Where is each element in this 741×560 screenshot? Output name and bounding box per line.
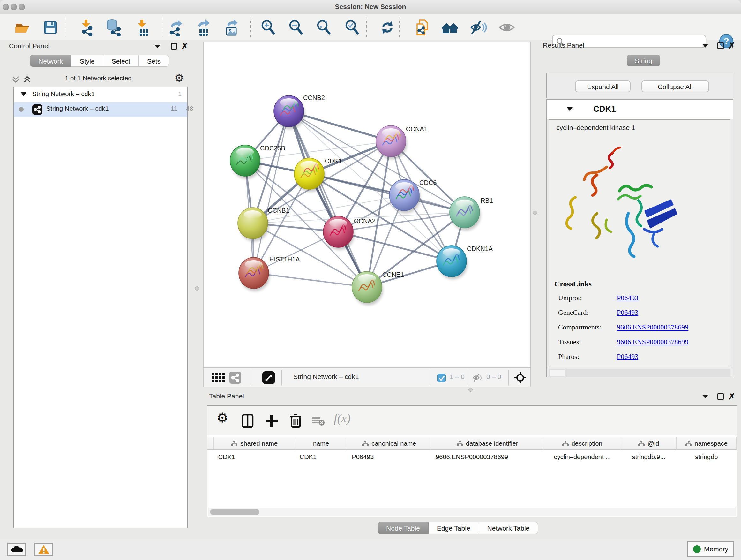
bottom-splitter-handle[interactable] [468,388,473,392]
crosslink-link[interactable]: 9606.ENSP00000378699 [617,323,688,331]
birds-eye-view-icon[interactable] [262,371,275,384]
column-header-@id[interactable]: @id [621,437,677,450]
zoom-in-button[interactable] [259,18,277,37]
node-label-CDC6: CDC6 [419,179,436,186]
network-tree-child-row[interactable]: String Network – cdk1 11 48 [14,103,187,117]
network-share-view-icon[interactable] [229,372,241,384]
refresh-view-button[interactable] [379,18,396,37]
create-column-icon[interactable] [264,414,279,428]
node-label-CCNB2: CCNB2 [303,94,325,101]
tab-network-table[interactable]: Network Table [479,522,538,534]
column-header-database identifier[interactable]: database identifier [431,437,543,450]
cloud-status-button[interactable] [7,543,26,556]
results-scrollbar[interactable] [549,369,731,377]
results-panel-menu-icon[interactable] [702,44,708,48]
expand-all-icon[interactable] [23,75,31,84]
tab-style[interactable]: Style [71,55,104,67]
export-table-button[interactable] [194,18,212,37]
column-header-namespace[interactable]: namespace [677,437,737,450]
table-cell-shared name: CDK1 [214,450,295,464]
show-all-networks-button[interactable] [441,18,459,37]
import-network-database-button[interactable] [105,18,122,37]
results-panel-title: Results Panel [543,42,584,49]
column-header-description[interactable]: description [543,437,621,450]
delete-column-icon[interactable] [288,413,303,428]
grid-view-icon[interactable] [211,372,225,383]
node-RB1[interactable] [450,197,481,231]
tab-network[interactable]: Network [30,55,71,67]
table-cell-@id: stringdb:9... [621,450,676,464]
network-tree-root-row[interactable]: String Network – cdk1 1 [14,90,187,103]
zoom-out-button[interactable] [287,18,305,37]
table-toolbar: ⚙ f(x) [207,406,737,435]
hidden-node-edge-counts: 0 – 0 [486,373,501,381]
results-scrollbar-thumb[interactable] [549,370,565,376]
crosshair-icon[interactable] [514,371,527,384]
crosslink-row: Uniprot:P06493 [549,294,730,308]
tab-sets[interactable]: Sets [139,55,169,67]
node-CCNA2[interactable] [323,216,354,250]
show-selected-button[interactable] [498,18,516,37]
crosslink-link[interactable]: P06493 [617,294,638,302]
tab-node-table[interactable]: Node Table [378,522,428,534]
results-panel-float-icon[interactable] [718,42,724,49]
import-network-file-button[interactable] [77,18,95,37]
network-options-gear-icon[interactable]: ⚙ [174,71,184,84]
edge-HIST1H1A-CCNE1[interactable] [254,273,367,287]
table-row[interactable]: CDK1CDK1P064939606.ENSP00000378699cyclin… [207,450,737,464]
clone-network-button[interactable] [413,18,431,37]
open-session-button[interactable] [13,18,31,37]
network-graph[interactable]: CCNB2CCNA1CDC25BCDK1CDC6RB1CCNB1CCNA2CDK… [204,42,530,368]
show-columns-icon[interactable] [241,414,255,428]
node-CCNE1[interactable] [352,271,383,305]
results-panel-close-icon[interactable]: ✗ [728,42,735,49]
crosslink-link[interactable]: 9606.ENSP00000378699 [617,338,688,346]
expand-all-button[interactable]: Expand All [575,80,630,92]
control-panel-float-icon[interactable] [171,43,177,50]
warning-status-button[interactable] [35,543,53,556]
table-settings-gear-icon[interactable]: ⚙ [216,410,228,426]
export-network-button[interactable] [167,18,185,37]
edge-CCNB2-HIST1H1A[interactable] [254,111,289,273]
collapse-all-button[interactable]: Collapse All [642,80,709,92]
save-session-button[interactable] [42,18,59,37]
edge-CCNB2-CCNE1[interactable] [289,111,367,287]
crosslink-link[interactable]: P06493 [617,308,638,317]
table-panel-float-icon[interactable] [718,393,724,400]
table-panel-close-icon[interactable]: ✗ [728,393,735,400]
tree-expand-icon[interactable] [21,92,26,96]
crosslink-link[interactable]: P06493 [617,353,638,361]
tab-edge-table[interactable]: Edge Table [428,522,479,534]
tab-select[interactable]: Select [104,55,139,67]
left-splitter-handle[interactable] [195,287,199,291]
zoom-selected-button[interactable] [343,18,361,37]
export-image-button[interactable] [223,18,241,37]
hide-selected-button[interactable] [469,18,487,37]
node-CCNA1[interactable] [376,125,407,159]
memory-button[interactable]: Memory [687,542,734,557]
tab-string[interactable]: String [627,55,660,66]
column-header-name[interactable]: name [295,437,347,450]
node-CCNB1[interactable] [238,207,269,241]
selected-checkbox-icon[interactable] [437,374,446,382]
network-canvas[interactable]: CCNB2CCNA1CDC25BCDK1CDC6RB1CCNB1CCNA2CDK… [203,42,531,368]
right-splitter-handle[interactable] [533,211,537,215]
column-header-shared name[interactable]: shared name [214,437,295,450]
edge-CDK1-RB1[interactable] [309,174,465,212]
control-panel-close-icon[interactable]: ✗ [181,43,188,50]
table-horizontal-scrollbar[interactable] [208,508,736,516]
node-CDK1[interactable] [294,158,325,192]
control-panel-menu-icon[interactable] [154,45,160,48]
node-CDC25B[interactable] [230,145,261,179]
node-HIST1H1A[interactable] [239,257,270,291]
import-table-file-button[interactable] [133,18,151,37]
node-CDKN1A[interactable] [436,246,468,279]
table-panel-menu-icon[interactable] [702,395,708,398]
column-header-canonical name[interactable]: canonical name [347,437,431,450]
protein-collapse-icon[interactable] [567,107,572,111]
node-CCNB2[interactable] [274,96,305,129]
collapse-all-icon[interactable] [11,75,20,84]
table-scrollbar-thumb[interactable] [210,509,259,515]
protein-header-row[interactable]: CDK1 [547,100,733,119]
zoom-fit-button[interactable] [315,18,333,37]
